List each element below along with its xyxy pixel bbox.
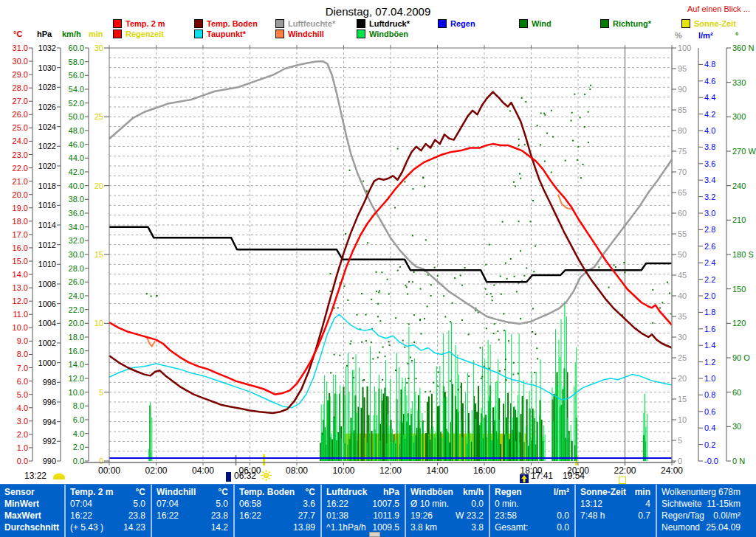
table-cell: 27.7 [298,510,315,522]
table-cell: Regen/Tag [662,510,704,522]
moonset-time: 13:22 [24,471,47,481]
x-axis-label: 22:00 [609,465,642,476]
table-cell: 07:04 [157,498,179,510]
table-cell: 1011.9 [373,510,399,522]
table-cell: Temp. Boden [239,486,295,498]
table-cell: 3.6 [303,498,315,510]
table-cell: Windböen [410,486,453,498]
table-cell: 25.04.09 [706,522,740,533]
table-cell: l/m² [554,486,569,498]
table-cell: 11-15km [707,498,740,510]
x-axis-label: 08:00 [281,465,313,476]
table-cell: °C [136,486,145,498]
table-cell: 23.8 [211,510,228,522]
table-column: Sonne-Zeitmin13:1247:48 h0.7 [574,485,656,537]
sunset-time: 19:54 [563,471,585,481]
moonrise-time: 17:41 [531,471,553,481]
table-cell: 0 min. [495,498,519,510]
table-cell: 0.0 [557,522,569,533]
sunrise-time: 06:32 [234,471,256,481]
table-column: Temp. Boden°C06:583.616:2227.713.89 [233,485,320,537]
table-cell: °C [306,486,315,498]
table-cell: 16:22 [239,510,261,522]
table-row-label: MaxWert [4,510,41,522]
table-column: Temp. 2 m°C07:045.016:2223.8(+ 5.43 )14.… [64,485,151,537]
table-cell: 14.23 [123,522,145,533]
table-cell: Gesamt: [495,522,528,533]
table-cell: Sichtweite [662,498,702,510]
table-cell: 13.89 [293,522,315,533]
table-cell: 16:22 [70,510,92,522]
chart-plot-area [0,0,756,537]
table-cell: 13:12 [580,498,602,510]
summary-table: SensorMinWertMaxWertDurchschnittTemp. 2 … [0,484,756,537]
table-cell: ^1.1hPa/h [326,522,366,533]
table-cell: 3.8 km [410,522,437,533]
moonset-icon [53,474,65,479]
x-axis-label: 04:00 [187,465,219,476]
table-cell: Sonne-Zeit [580,486,626,498]
twilight-flag-icon [226,472,231,482]
x-axis-label: 24:00 [656,465,688,476]
table-cell: 5.0 [133,498,145,510]
table-cell: °C [219,486,228,498]
weather-day-chart-window: Dienstag, 07.04.2009 Auf einen Blick ...… [0,0,756,537]
x-axis-label: 00:00 [93,465,126,476]
x-axis-label: 02:00 [140,465,173,476]
table-cell: hPa [383,486,399,498]
x-axis-label: 12:00 [374,465,407,476]
table-cell: 0.7 [638,510,650,522]
table-column: Regenl/m²0 min.23:580.0Gesamt:0.0 [489,485,574,537]
table-cell: 3.8 [471,522,484,533]
sun-icon [261,470,272,484]
table-row-label: Durchschnitt [4,522,59,533]
table-cell: 06:58 [239,498,261,510]
x-axis-label: 14:00 [422,465,454,476]
table-cell: 19:26 [410,510,433,522]
table-cell: Windchill [157,486,196,498]
table-cell: 1007.5 [372,498,399,510]
table-cell: 0.0 [471,498,484,510]
table-cell: Neumond [662,522,700,533]
table-cell: 23.8 [128,510,145,522]
table-cell: 23:58 [495,510,517,522]
table-cell: Wolkenunterg [662,486,716,498]
table-column: LuftdruckhPa16:221007.501:381011.9^1.1hP… [320,485,405,537]
table-cell: km/h [463,486,484,498]
table-column: SensorMinWertMaxWertDurchschnitt [0,485,64,537]
table-cell: 4 [645,498,650,510]
table-cell: Ø 10 min. [410,498,449,510]
table-cell: 0.0 [557,510,569,522]
table-row-label: MinWert [4,498,39,510]
table-cell: 14.2 [211,522,228,533]
table-cell: W 23.2 [456,510,484,522]
table-cell: 01:38 [326,510,348,522]
table-cell: 5.0 [216,498,228,510]
table-column: Windböenkm/hØ 10 min.0.019:26W 23.23.8 k… [405,485,489,537]
sunset-square-icon [619,477,626,484]
table-cell: 16:22 [157,510,179,522]
table-cell: Regen [495,486,522,498]
table-cell: min [635,486,650,498]
table-column: Wolkenunterg678mSichtweite11-15kmRegen/T… [656,485,746,537]
table-cell: 7:48 h [580,510,605,522]
table-cell: Temp. 2 m [70,486,113,498]
resize-handle[interactable] [369,532,380,537]
x-axis-label: 16:00 [468,465,501,476]
table-cell: Luftdruck [326,486,367,498]
table-cell: 07:04 [70,498,92,510]
table-row-label: Sensor [4,486,35,498]
table-cell: 16:22 [326,498,348,510]
table-column: Windchill°C07:045.016:2223.814.2 [151,485,233,537]
x-axis-label: 10:00 [328,465,360,476]
table-cell: (+ 5.43 ) [70,522,103,533]
table-cell: 0.0l/m² [713,510,740,522]
table-cell: 678m [718,486,740,498]
